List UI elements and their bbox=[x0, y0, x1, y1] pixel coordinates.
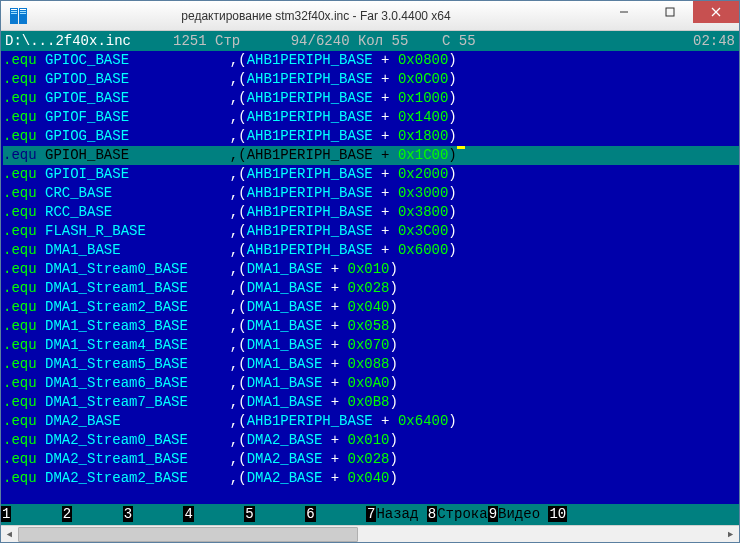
fkey-8[interactable]: 8Строка bbox=[427, 504, 488, 525]
code-line[interactable]: .equ DMA1_Stream4_BASE ,(DMA1_BASE + 0x0… bbox=[3, 336, 739, 355]
svg-rect-3 bbox=[11, 11, 17, 12]
editor-area[interactable]: .equ GPIOC_BASE ,(AHB1PERIPH_BASE + 0x08… bbox=[1, 51, 739, 504]
code-line[interactable]: .equ GPIOG_BASE ,(AHB1PERIPH_BASE + 0x18… bbox=[3, 127, 739, 146]
line-total: 6240 bbox=[316, 31, 350, 51]
minimize-button[interactable] bbox=[601, 1, 647, 23]
fkey-3[interactable]: 3 bbox=[123, 504, 184, 525]
col-label: Кол bbox=[358, 31, 383, 51]
code-line[interactable]: .equ DMA2_Stream1_BASE ,(DMA2_BASE + 0x0… bbox=[3, 450, 739, 469]
code-line[interactable]: .equ GPIOI_BASE ,(AHB1PERIPH_BASE + 0x20… bbox=[3, 165, 739, 184]
svg-rect-5 bbox=[20, 9, 26, 10]
svg-rect-1 bbox=[19, 8, 27, 24]
app-icon bbox=[7, 6, 31, 26]
app-window: редактирование stm32f40x.inc - Far 3.0.4… bbox=[0, 0, 740, 543]
fkey-7[interactable]: 7Назад bbox=[366, 504, 427, 525]
fkey-4[interactable]: 4 bbox=[183, 504, 244, 525]
svg-rect-7 bbox=[20, 13, 26, 14]
code-line[interactable]: .equ DMA1_Stream1_BASE ,(DMA1_BASE + 0x0… bbox=[3, 279, 739, 298]
code-line[interactable]: .equ FLASH_R_BASE ,(AHB1PERIPH_BASE + 0x… bbox=[3, 222, 739, 241]
editor-status-bar: D:\...2f40x.inc 1251 Стр 94 / 6240 Кол 5… bbox=[1, 31, 739, 51]
fkey-2[interactable]: 2 bbox=[62, 504, 123, 525]
scroll-left-icon[interactable]: ◄ bbox=[1, 526, 18, 543]
code-line[interactable]: .equ DMA1_Stream7_BASE ,(DMA1_BASE + 0x0… bbox=[3, 393, 739, 412]
function-key-bar: 1 2 3 4 5 6 7Назад 8Строка9Видео 10 bbox=[1, 504, 739, 525]
line-current: 94 bbox=[291, 31, 308, 51]
svg-rect-9 bbox=[666, 8, 674, 16]
window-buttons bbox=[601, 1, 739, 30]
code-line[interactable]: .equ DMA2_Stream2_BASE ,(DMA2_BASE + 0x0… bbox=[3, 469, 739, 488]
scrollbar-thumb[interactable] bbox=[18, 527, 358, 542]
svg-rect-2 bbox=[11, 9, 17, 10]
code-line[interactable]: .equ RCC_BASE ,(AHB1PERIPH_BASE + 0x3800… bbox=[3, 203, 739, 222]
code-line[interactable]: .equ GPIOF_BASE ,(AHB1PERIPH_BASE + 0x14… bbox=[3, 108, 739, 127]
code-line[interactable]: .equ DMA1_Stream0_BASE ,(DMA1_BASE + 0x0… bbox=[3, 260, 739, 279]
code-line[interactable]: .equ DMA2_Stream0_BASE ,(DMA2_BASE + 0x0… bbox=[3, 431, 739, 450]
svg-rect-6 bbox=[20, 11, 26, 12]
titlebar[interactable]: редактирование stm32f40x.inc - Far 3.0.4… bbox=[1, 1, 739, 31]
horizontal-scrollbar[interactable]: ◄ ► bbox=[1, 525, 739, 542]
fkey-10[interactable]: 10 bbox=[548, 504, 617, 525]
file-path: D:\...2f40x.inc bbox=[5, 31, 131, 51]
code-line[interactable]: .equ CRC_BASE ,(AHB1PERIPH_BASE + 0x3000… bbox=[3, 184, 739, 203]
code-line[interactable]: .equ DMA1_Stream6_BASE ,(DMA1_BASE + 0x0… bbox=[3, 374, 739, 393]
window-title: редактирование stm32f40x.inc - Far 3.0.4… bbox=[31, 9, 601, 23]
svg-rect-4 bbox=[11, 13, 17, 14]
code-line[interactable]: .equ DMA1_Stream5_BASE ,(DMA1_BASE + 0x0… bbox=[3, 355, 739, 374]
code-line[interactable]: .equ DMA2_BASE ,(AHB1PERIPH_BASE + 0x640… bbox=[3, 412, 739, 431]
code-line[interactable]: .equ GPIOE_BASE ,(AHB1PERIPH_BASE + 0x10… bbox=[3, 89, 739, 108]
codepage: 1251 bbox=[173, 31, 207, 51]
col-value: 55 bbox=[392, 31, 409, 51]
text-cursor bbox=[457, 146, 465, 149]
fkey-9[interactable]: 9Видео bbox=[488, 504, 549, 525]
code-line[interactable]: .equ GPIOC_BASE ,(AHB1PERIPH_BASE + 0x08… bbox=[3, 51, 739, 70]
fkey-6[interactable]: 6 bbox=[305, 504, 366, 525]
fkey-5[interactable]: 5 bbox=[244, 504, 305, 525]
close-button[interactable] bbox=[693, 1, 739, 23]
code-line[interactable]: .equ DMA1_BASE ,(AHB1PERIPH_BASE + 0x600… bbox=[3, 241, 739, 260]
code-line[interactable]: .equ GPIOH_BASE ,(AHB1PERIPH_BASE + 0x1C… bbox=[3, 146, 739, 165]
code-line[interactable]: .equ DMA1_Stream2_BASE ,(DMA1_BASE + 0x0… bbox=[3, 298, 739, 317]
clock: 02:48 bbox=[693, 31, 735, 51]
char-label: С bbox=[442, 31, 450, 51]
char-value: 55 bbox=[459, 31, 476, 51]
svg-rect-0 bbox=[10, 8, 18, 24]
maximize-button[interactable] bbox=[647, 1, 693, 23]
code-line[interactable]: .equ DMA1_Stream3_BASE ,(DMA1_BASE + 0x0… bbox=[3, 317, 739, 336]
scroll-right-icon[interactable]: ► bbox=[722, 526, 739, 543]
fkey-1[interactable]: 1 bbox=[1, 504, 62, 525]
line-label: Стр bbox=[215, 31, 240, 51]
code-line[interactable]: .equ GPIOD_BASE ,(AHB1PERIPH_BASE + 0x0C… bbox=[3, 70, 739, 89]
